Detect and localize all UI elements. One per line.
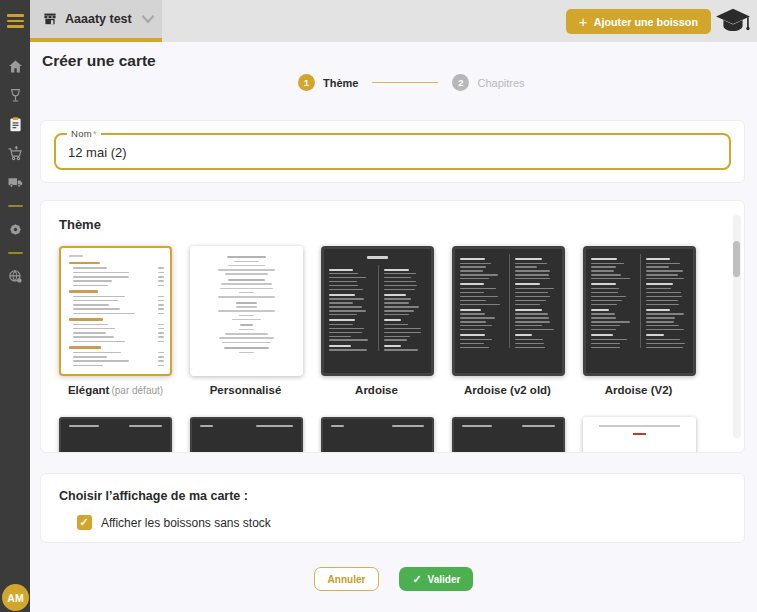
theme-option-personnalise: Personnalisé (190, 246, 303, 396)
theme-thumbnail-ardoise-v2[interactable] (583, 246, 696, 376)
world-globe-icon (7, 268, 24, 285)
name-field-label: Nom* (67, 128, 101, 139)
theme-label: Ardoise (V2) (583, 384, 696, 396)
plus-icon: + (579, 14, 588, 29)
sidebar-item-settings[interactable] (5, 220, 25, 239)
cancel-label: Annuler (328, 574, 366, 585)
display-options-heading: Choisir l’affichage de ma carte : (59, 489, 744, 503)
cart-add-icon (7, 145, 24, 162)
step-1-circle: 1 (298, 74, 315, 91)
sidebar-item-menus[interactable] (5, 115, 25, 134)
storefront-icon (42, 11, 58, 27)
display-options-card: Choisir l’affichage de ma carte : Affich… (40, 473, 745, 543)
cancel-button[interactable]: Annuler (314, 567, 380, 591)
theme-thumbnail-preview[interactable] (321, 417, 434, 453)
theme-thumbnail-ardoise-v2-old[interactable] (452, 246, 565, 376)
step-chapitres[interactable]: 2 Chapitres (452, 74, 524, 91)
wizard-stepper: 1 Thème 2 Chapitres (298, 74, 525, 91)
sidebar-item-home[interactable] (5, 57, 25, 76)
theme-thumbnail-preview[interactable] (59, 417, 172, 453)
theme-option-ardoise-v2: Ardoise (V2) (583, 246, 696, 396)
sidebar-item-international[interactable] (5, 267, 25, 286)
sidebar-nav (0, 42, 30, 286)
name-card: Nom* (40, 120, 745, 183)
step-1-label: Thème (323, 77, 358, 89)
step-2-label: Chapitres (477, 77, 524, 89)
home-icon (7, 58, 24, 75)
sidebar-item-deliveries[interactable] (5, 173, 25, 192)
sidebar-divider (8, 252, 23, 254)
venue-selector-tab[interactable]: Aaaaty test (30, 0, 162, 42)
step-2-circle: 2 (452, 74, 469, 91)
step-theme[interactable]: 1 Thème (298, 74, 358, 91)
theme-thumbnail-personnalise[interactable] (190, 246, 303, 376)
main-content: Créer une carte 1 Thème 2 Chapitres Nom*… (30, 42, 757, 612)
theme-thumbnail-ardoise[interactable] (321, 246, 434, 376)
theme-thumbnail-preview[interactable] (190, 417, 303, 453)
theme-thumbnail-preview[interactable] (452, 417, 565, 453)
menu-clipboard-icon (7, 116, 24, 133)
topbar: Aaaaty test + Ajouter une boisson (30, 0, 757, 42)
wine-glass-icon (7, 87, 24, 104)
theme-label: Elégant(par défaut) (59, 384, 172, 396)
checkbox-label[interactable]: Afficher les boissons sans stock (101, 516, 271, 530)
theme-label: Personnalisé (190, 384, 303, 396)
sidebar-divider (8, 205, 23, 207)
theme-option-elegant: Elégant(par défaut) (59, 246, 172, 396)
sidebar-item-drinks[interactable] (5, 86, 25, 105)
theme-thumbnail-preview[interactable] (583, 417, 696, 453)
venue-name: Aaaaty test (65, 12, 132, 26)
theme-card: Thème Elégant(par défaut) Personnalisé A… (40, 200, 745, 453)
wizard-actions: Annuler ✓ Valider (30, 567, 757, 591)
theme-label: Ardoise (v2 old) (452, 384, 565, 396)
user-avatar[interactable]: AM (2, 584, 29, 611)
check-icon: ✓ (412, 573, 421, 586)
required-asterisk: * (93, 128, 97, 139)
theme-thumbnails-row-2 (59, 417, 744, 453)
sidebar-item-orders[interactable] (5, 144, 25, 163)
confirm-button[interactable]: ✓ Valider (399, 567, 473, 591)
show-out-of-stock-option[interactable]: Afficher les boissons sans stock (77, 515, 744, 530)
hamburger-menu-icon[interactable] (0, 0, 30, 42)
checkbox-checked[interactable] (77, 515, 92, 530)
scrollbar-thumb[interactable] (733, 241, 740, 277)
name-input[interactable] (56, 135, 729, 168)
stepper-connector (372, 82, 438, 84)
theme-heading: Thème (59, 217, 744, 232)
delivery-truck-icon (7, 174, 24, 191)
page-title: Créer une carte (42, 52, 156, 70)
add-drink-label: Ajouter une boisson (594, 16, 698, 28)
theme-option-ardoise-v2-old: Ardoise (v2 old) (452, 246, 565, 396)
chevron-down-icon (140, 11, 156, 27)
add-drink-button[interactable]: + Ajouter une boisson (566, 9, 711, 34)
theme-thumbnails-row: Elégant(par défaut) Personnalisé Ardoise… (59, 246, 744, 396)
sidebar (0, 0, 30, 612)
theme-option-ardoise: Ardoise (321, 246, 434, 396)
settings-gear-icon (7, 221, 24, 238)
name-field-outline: Nom* (54, 133, 731, 170)
training-graduation-cap-icon[interactable] (714, 6, 752, 37)
theme-label: Ardoise (321, 384, 434, 396)
theme-thumbnail-elegant[interactable] (59, 246, 172, 376)
confirm-label: Valider (428, 574, 461, 585)
